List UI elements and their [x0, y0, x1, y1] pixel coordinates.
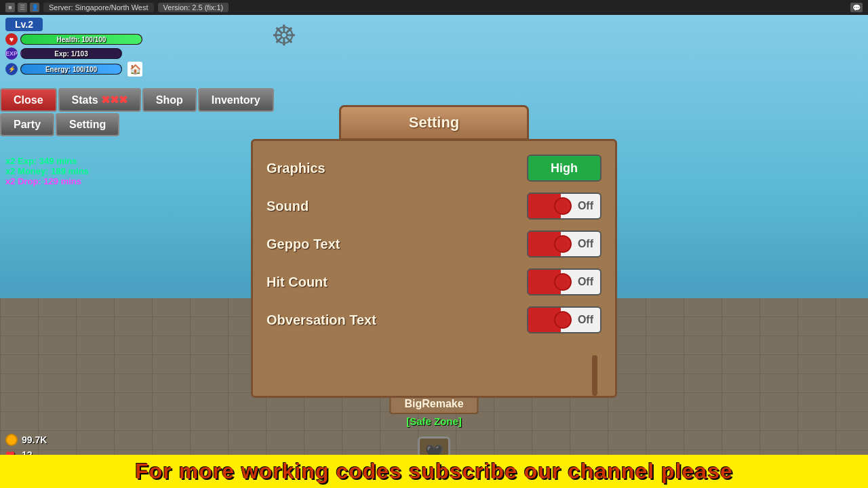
obversation-label: Obversation Text — [267, 312, 527, 328]
obversation-toggle[interactable]: Off — [527, 306, 601, 333]
scrollbar-thumb — [592, 355, 597, 396]
hud-panel: Lv.2 ♥ Health: 100/100 EXP Exp: 1/103 ⚡ … — [5, 18, 142, 77]
gold-row: 99.7K — [5, 434, 47, 446]
stats-label: Stats — [72, 94, 98, 106]
home-icon[interactable]: 🏠 — [127, 62, 142, 77]
toggle-circle-3 — [554, 273, 572, 291]
heart-icon: ♥ — [5, 33, 18, 45]
nav-row-2: Party Setting — [0, 113, 274, 136]
gold-icon — [5, 434, 18, 446]
chat-icon[interactable]: 💬 — [850, 3, 863, 12]
geppo-toggle[interactable]: Off — [527, 230, 601, 258]
boost-drop: x2 Drop: 129 mins — [5, 176, 89, 186]
scrollbar[interactable] — [592, 355, 597, 369]
toggle-off-text-3: Off — [578, 276, 593, 288]
level-badge: Lv.2 — [5, 18, 43, 31]
toggle-off-text: Off — [578, 200, 593, 212]
topbar: ■ ☰ 👤 Server: Singapore/North West Versi… — [0, 0, 868, 15]
helm-icon: ☸ — [271, 19, 297, 52]
close-button[interactable]: Close — [0, 88, 57, 112]
sound-label: Sound — [267, 199, 527, 214]
boost-exp: x2 Exp: 349 mins — [5, 156, 89, 166]
toggle-off-text-2: Off — [578, 238, 593, 250]
username-area: BigRemake [Safe Zone] — [389, 394, 478, 427]
hitcount-row: Hit Count Off — [267, 266, 601, 298]
safe-zone-text: [Safe Zone] — [389, 415, 478, 427]
exp-row: EXP Exp: 1/103 — [5, 47, 142, 60]
party-button[interactable]: Party — [0, 113, 54, 136]
energy-text: Energy: 100/100 — [21, 64, 121, 74]
nav-buttons: Close Stats✖✖✖ Shop Inventory Party Sett… — [0, 88, 274, 136]
energy-bar: Energy: 100/100 — [20, 64, 122, 75]
boost-money: x2 Money: 189 mins — [5, 166, 89, 176]
stats-button[interactable]: Stats✖✖✖ — [58, 88, 141, 112]
geppo-label: Geppo Text — [267, 237, 527, 252]
toggle-circle-2 — [554, 235, 572, 253]
setting-body: Graphics High Sound Off Geppo Text Off H… — [251, 139, 617, 398]
exp-bar: Exp: 1/103 — [20, 48, 122, 59]
toggle-off-text-4: Off — [578, 314, 593, 326]
toggle-circle-4 — [554, 311, 572, 329]
stats-icon: ✖✖✖ — [101, 94, 127, 106]
caption-bar: For more working codes subscribe our cha… — [0, 455, 868, 488]
caption-text: For more working codes subscribe our cha… — [135, 459, 732, 483]
avatar-icon: 👤 — [30, 3, 39, 12]
health-row: ♥ Health: 100/100 — [5, 33, 142, 45]
roblox-icon: ■ — [5, 3, 15, 12]
setting-button[interactable]: Setting — [56, 113, 119, 136]
boost-panel: x2 Exp: 349 mins x2 Money: 189 mins x2 D… — [5, 156, 89, 186]
version-label: Version: 2.5 (fix:1) — [158, 3, 229, 12]
menu-icon: ☰ — [18, 3, 27, 12]
exp-text: Exp: 1/103 — [21, 49, 121, 58]
sound-toggle[interactable]: Off — [527, 192, 601, 220]
graphics-toggle[interactable]: High — [527, 155, 601, 182]
scroll-area — [267, 342, 601, 382]
toggle-circle — [554, 197, 572, 215]
sound-row: Sound Off — [267, 190, 601, 222]
hitcount-toggle[interactable]: Off — [527, 268, 601, 296]
hitcount-label: Hit Count — [267, 274, 527, 290]
nav-row-1: Close Stats✖✖✖ Shop Inventory — [0, 88, 274, 112]
energy-row: ⚡ Energy: 100/100 🏠 — [5, 62, 142, 77]
topbar-icons: ■ ☰ 👤 — [5, 3, 39, 12]
setting-title: Setting — [339, 105, 529, 140]
server-label: Server: Singapore/North West — [43, 3, 154, 12]
gold-amount: 99.7K — [22, 434, 47, 445]
shop-button[interactable]: Shop — [142, 88, 197, 112]
graphics-row: Graphics High — [267, 152, 601, 184]
geppo-row: Geppo Text Off — [267, 228, 601, 260]
health-bar: Health: 100/100 — [20, 34, 142, 45]
obversation-row: Obversation Text Off — [267, 304, 601, 336]
exp-icon: EXP — [5, 47, 18, 60]
graphics-label: Graphics — [267, 161, 527, 176]
setting-modal: Setting Graphics High Sound Off Geppo Te… — [251, 105, 617, 398]
health-text: Health: 100/100 — [21, 35, 142, 44]
energy-icon: ⚡ — [5, 63, 18, 75]
